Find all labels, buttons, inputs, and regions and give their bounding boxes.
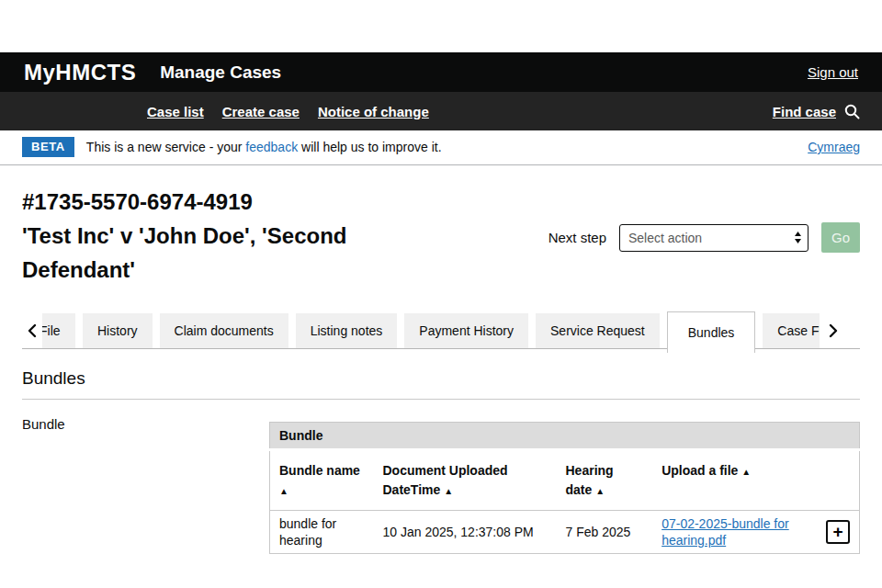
cell-upload-file: 07-02-2025-bundle for hearing.pdf + xyxy=(652,511,859,554)
tab-file-partial[interactable]: File xyxy=(42,313,75,348)
case-header: #1735-5570-6974-4919 'Test Inc' v 'John … xyxy=(22,185,860,287)
case-name: 'Test Inc' v 'John Doe', 'Second Defenda… xyxy=(22,219,417,287)
bundle-table-caption-row: Bundle xyxy=(270,423,860,450)
nav-links: Case list Create case Notice of change xyxy=(147,104,429,119)
feedback-link[interactable]: feedback xyxy=(245,140,298,154)
upload-cell-content: 07-02-2025-bundle for hearing.pdf + xyxy=(662,515,850,548)
chevron-left-icon xyxy=(28,323,37,338)
beta-badge: BETA xyxy=(22,137,74,157)
chevron-right-icon xyxy=(829,323,838,338)
window-margin xyxy=(0,0,882,52)
plus-icon: + xyxy=(832,523,842,540)
column-label: Bundle name xyxy=(279,463,360,478)
cell-uploaded-datetime: 10 Jan 2025, 12:37:08 PM xyxy=(373,511,556,554)
bundle-table-row: bundle for hearing 10 Jan 2025, 12:37:08… xyxy=(270,511,860,554)
bundle-field-label: Bundle xyxy=(22,414,269,432)
column-label: Upload a file xyxy=(662,463,738,478)
beta-text: This is a new service - your feedback wi… xyxy=(86,140,442,154)
case-tabs: File History Claim documents Listing not… xyxy=(22,311,860,353)
primary-nav: Case list Create case Notice of change F… xyxy=(0,92,882,130)
beta-text-after: will help us to improve it. xyxy=(298,140,441,154)
cell-hearing-date: 7 Feb 2025 xyxy=(557,511,653,554)
bundles-heading: Bundles xyxy=(22,368,860,389)
case-titles: #1735-5570-6974-4919 'Test Inc' v 'John … xyxy=(22,185,548,287)
tabs-scroll-right-button[interactable] xyxy=(823,313,843,348)
sort-ascending-icon: ▲ xyxy=(279,486,288,496)
tab-payment-history[interactable]: Payment History xyxy=(404,313,528,348)
bundle-field-row: Bundle Bundle Bundle name ▲ Document Upl… xyxy=(22,414,860,554)
sort-ascending-icon: ▲ xyxy=(741,467,751,477)
sign-out-link[interactable]: Sign out xyxy=(808,64,858,80)
column-label: Hearing date xyxy=(566,463,614,497)
next-step-label: Next step xyxy=(548,230,606,245)
nav-item-find-case[interactable]: Find case xyxy=(773,104,836,119)
next-step-select-value: Select action xyxy=(628,231,794,245)
column-header-upload-a-file[interactable]: Upload a file ▲ xyxy=(652,450,859,511)
tab-history[interactable]: History xyxy=(83,313,153,348)
bundle-table: Bundle Bundle name ▲ Document Uploaded D… xyxy=(269,422,860,554)
bundle-file-link[interactable]: 07-02-2025-bundle for hearing.pdf xyxy=(662,515,826,548)
search-icon[interactable] xyxy=(844,104,860,119)
case-number: #1735-5570-6974-4919 xyxy=(22,185,548,219)
add-file-button[interactable]: + xyxy=(826,520,850,544)
tab-claim-documents[interactable]: Claim documents xyxy=(160,313,288,348)
beta-text-before: This is a new service - your xyxy=(86,140,246,154)
column-header-uploaded-datetime[interactable]: Document Uploaded DateTime ▲ xyxy=(373,450,556,511)
tab-case-flags-partial[interactable]: Case Fl xyxy=(763,313,820,348)
next-step-select[interactable]: Select action xyxy=(619,224,808,252)
tab-label: File xyxy=(42,313,61,348)
tab-bundles-selected[interactable]: Bundles xyxy=(667,311,756,353)
nav-right: Find case xyxy=(773,104,860,119)
main-content: #1735-5570-6974-4919 'Test Inc' v 'John … xyxy=(0,185,882,554)
language-toggle-link[interactable]: Cymraeg xyxy=(808,140,860,154)
nav-item-case-list[interactable]: Case list xyxy=(147,104,204,119)
section-divider xyxy=(22,399,860,400)
tab-listing-notes[interactable]: Listing notes xyxy=(296,313,398,348)
sort-ascending-icon: ▲ xyxy=(444,486,453,496)
cell-bundle-name: bundle for hearing xyxy=(270,511,374,554)
beta-banner: BETA This is a new service - your feedba… xyxy=(0,130,882,165)
nav-item-notice-of-change[interactable]: Notice of change xyxy=(318,104,429,119)
go-button[interactable]: Go xyxy=(821,222,860,253)
bundle-table-container: Bundle Bundle name ▲ Document Uploaded D… xyxy=(269,422,860,554)
app-title: Manage Cases xyxy=(160,62,281,83)
next-step-controls: Next step Select action Go xyxy=(548,188,860,287)
column-header-bundle-name[interactable]: Bundle name ▲ xyxy=(270,450,374,511)
bundle-table-header-row: Bundle name ▲ Document Uploaded DateTime… xyxy=(270,450,860,511)
brand-logo: MyHMCTS xyxy=(24,60,136,85)
nav-item-create-case[interactable]: Create case xyxy=(222,104,300,119)
column-header-hearing-date[interactable]: Hearing date ▲ xyxy=(557,450,653,511)
sort-ascending-icon: ▲ xyxy=(595,486,605,496)
bundle-table-caption: Bundle xyxy=(270,423,860,450)
select-spinner-icon xyxy=(794,231,802,244)
app-header: MyHMCTS Manage Cases Sign out xyxy=(0,52,882,92)
tabs-scroll-left-button[interactable] xyxy=(22,313,42,348)
tab-service-request[interactable]: Service Request xyxy=(536,313,660,348)
